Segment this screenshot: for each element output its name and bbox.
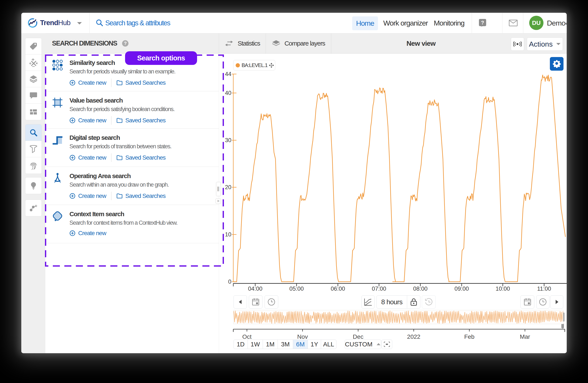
svg-text:04:00: 04:00 — [248, 286, 262, 292]
svg-text:08:00: 08:00 — [413, 286, 428, 292]
svg-text:Dec: Dec — [353, 333, 363, 340]
svg-text:Nov: Nov — [297, 333, 308, 340]
svg-text:20: 20 — [225, 184, 231, 191]
svg-text:0: 0 — [228, 279, 231, 285]
svg-text:Feb: Feb — [464, 333, 474, 340]
svg-text:05:00: 05:00 — [289, 286, 304, 292]
svg-text:?: ? — [481, 20, 484, 25]
svg-text:2022: 2022 — [407, 333, 420, 340]
svg-text:30: 30 — [225, 137, 231, 143]
svg-text:10: 10 — [225, 231, 231, 238]
svg-text:40: 40 — [225, 90, 231, 96]
svg-text:10:00: 10:00 — [496, 286, 510, 292]
svg-text:09:00: 09:00 — [454, 286, 469, 292]
svg-text:44: 44 — [225, 71, 231, 77]
svg-text:Oct: Oct — [242, 333, 252, 340]
svg-text:06:00: 06:00 — [331, 286, 345, 292]
svg-text:Mar: Mar — [520, 333, 530, 340]
svg-text:11:00: 11:00 — [537, 286, 551, 292]
svg-text:07:00: 07:00 — [372, 286, 386, 292]
